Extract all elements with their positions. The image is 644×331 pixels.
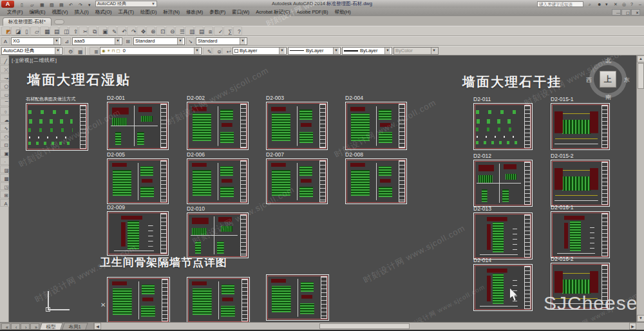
drawing-thumbnail[interactable]: D2-010: [187, 205, 249, 258]
menu-item[interactable]: Adobe PDF(B): [294, 8, 332, 16]
layer-freeze-icon[interactable]: ☀: [107, 48, 111, 53]
zoom-window-icon[interactable]: ⊡: [156, 26, 165, 35]
workspace-combo[interactable]: AutoCAD 经典▼: [1, 47, 62, 55]
menu-item[interactable]: 窗口(W): [229, 8, 252, 16]
drawing-thumbnail[interactable]: D2-004: [345, 95, 407, 150]
drawing-thumbnail[interactable]: D2-013: [473, 205, 533, 260]
gradient-icon[interactable]: ▩: [0, 174, 9, 182]
view-cube-west[interactable]: 西: [586, 76, 592, 84]
drawing-thumbnail[interactable]: D2-003: [266, 95, 328, 150]
mleader-style-icon[interactable]: ↘: [186, 37, 194, 45]
menu-item[interactable]: 插入(I): [71, 8, 92, 16]
workspace-switch-icon[interactable]: ◩: [1, 26, 10, 35]
make-block-icon[interactable]: ▣: [0, 149, 9, 156]
tab-layout1[interactable]: 布局1: [62, 323, 88, 330]
minimize-icon[interactable]: –: [635, 1, 643, 7]
layer-color-icon[interactable]: ▢: [117, 48, 120, 53]
properties-icon[interactable]: ☰: [175, 26, 184, 35]
palette-toggle-icon[interactable]: ◪: [11, 26, 20, 35]
lineweight-combo[interactable]: ByLayer▼: [342, 47, 392, 55]
help-icon[interactable]: ?: [627, 1, 634, 7]
view-cube[interactable]: 北 南 西 东 上: [587, 59, 629, 100]
workspace-save-icon[interactable]: ▦: [73, 47, 82, 55]
drawing-thumbnail[interactable]: D2-008: [345, 151, 407, 204]
menu-item[interactable]: 标注(N): [160, 8, 183, 16]
drawing-thumbnail[interactable]: D2-012: [473, 153, 533, 207]
text-style-icon[interactable]: A: [1, 37, 10, 45]
insert-block-icon[interactable]: ⊡: [0, 140, 9, 148]
vertical-scrollbar[interactable]: ▲ ▼: [636, 55, 644, 322]
undo-icon[interactable]: ↶: [117, 26, 126, 35]
menu-item[interactable]: Acrobat 标记(C): [252, 8, 293, 16]
menu-item[interactable]: 修改(M): [183, 8, 206, 16]
drawing-thumbnail[interactable]: [266, 274, 329, 321]
drawing-thumbnail[interactable]: D2-007: [266, 151, 328, 204]
scroll-down-icon[interactable]: ▼: [637, 315, 644, 322]
save-icon[interactable]: ▦: [40, 26, 49, 35]
region-icon[interactable]: ◳: [0, 182, 9, 190]
design-center-icon[interactable]: ▥: [185, 26, 194, 35]
tab-prev-icon[interactable]: ‹: [11, 323, 20, 330]
menu-item[interactable]: 格式(O): [92, 8, 115, 16]
table-style-icon[interactable]: ⊞: [124, 37, 132, 45]
search-input[interactable]: [537, 1, 583, 7]
quick-calc-icon[interactable]: ∑: [223, 26, 232, 35]
horizontal-scroll-thumb[interactable]: [319, 323, 410, 329]
layer-properties-icon[interactable]: ≣: [90, 47, 99, 55]
plot-preview-icon[interactable]: ◫: [59, 26, 68, 35]
tab-first-icon[interactable]: «: [1, 323, 10, 330]
plot-icon[interactable]: ▤: [50, 26, 59, 35]
qat-dropdown-icon[interactable]: ▾: [84, 1, 93, 7]
layer-lock-icon[interactable]: ⊓: [112, 48, 115, 53]
line-icon[interactable]: ╱: [0, 57, 9, 64]
layer-on-icon[interactable]: ◉: [102, 48, 106, 53]
menu-item[interactable]: 参数(P): [206, 8, 229, 16]
menu-item[interactable]: 绘图(D): [137, 8, 160, 16]
revcloud-icon[interactable]: ☁: [0, 115, 9, 123]
redo-icon[interactable]: ↷: [127, 26, 136, 35]
color-combo[interactable]: ByLayer▼: [232, 47, 287, 55]
menu-item[interactable]: 编辑(E): [26, 8, 49, 16]
qplot-icon[interactable]: ▤: [55, 1, 64, 7]
redo-icon[interactable]: ↷: [74, 1, 83, 7]
drawing-thumbnail[interactable]: D2-015-2: [551, 153, 610, 207]
match-properties-icon[interactable]: ✎: [108, 26, 117, 35]
hatch-icon[interactable]: ▨: [0, 166, 9, 173]
scroll-right-icon[interactable]: ▶: [629, 323, 636, 330]
drawing-thumbnail[interactable]: [107, 277, 170, 322]
table-icon[interactable]: ⊞: [0, 191, 9, 198]
construction-line-icon[interactable]: ⤫: [0, 65, 9, 73]
tool-palettes-icon[interactable]: ▤: [194, 26, 204, 35]
arc-icon[interactable]: ⌒: [0, 99, 9, 106]
drawing-thumbnail[interactable]: D2-005: [107, 151, 169, 204]
tab-model[interactable]: 模型: [39, 323, 63, 330]
undo-icon[interactable]: ↶: [64, 1, 73, 7]
drawing-thumbnail[interactable]: D2-014: [473, 257, 533, 311]
text-style-combo[interactable]: XG▼: [11, 37, 61, 45]
drawing-canvas[interactable]: ╱⤫↝⬠▭⌒○☁∿⬭⊡▣·▨▩◳⊞A [-][俯视][二维线框] 墙面大理石湿贴…: [0, 55, 644, 322]
menu-item[interactable]: 视图(V): [49, 8, 71, 16]
publish-icon[interactable]: ⇪: [69, 26, 78, 35]
copy-icon[interactable]: ⧉: [88, 26, 97, 35]
doc-minimize-icon[interactable]: —: [612, 9, 621, 15]
viewport-controls[interactable]: [-][俯视][二维线框]: [12, 57, 57, 64]
ellipse-icon[interactable]: ⬭: [0, 132, 9, 140]
drawing-thumbnail[interactable]: [187, 277, 250, 322]
search-icon[interactable]: ⌕: [585, 1, 592, 7]
zoom-realtime-icon[interactable]: ⊕: [146, 26, 155, 35]
sheet-set-manager-icon[interactable]: ⧈: [204, 26, 213, 35]
menu-item[interactable]: 帮助(H): [331, 8, 354, 16]
doc-close-icon[interactable]: ✕: [631, 9, 640, 15]
scroll-up-icon[interactable]: ▲: [637, 55, 644, 62]
menu-item[interactable]: 文件(F): [4, 8, 26, 16]
layer-states-icon[interactable]: ⊜: [213, 47, 222, 55]
cut-icon[interactable]: ✂: [79, 26, 88, 35]
mtext-icon[interactable]: A: [0, 199, 9, 207]
tab-next-icon[interactable]: ›: [21, 323, 30, 330]
view-cube-south[interactable]: 南: [605, 93, 611, 102]
dropdown-icon[interactable]: ▾: [601, 1, 609, 7]
tab-scroll-button[interactable]: [54, 19, 64, 24]
exchange-icon[interactable]: ✕: [610, 1, 618, 7]
mleader-style-combo[interactable]: Standard▼: [196, 37, 247, 45]
polyline-icon[interactable]: ↝: [0, 73, 9, 81]
